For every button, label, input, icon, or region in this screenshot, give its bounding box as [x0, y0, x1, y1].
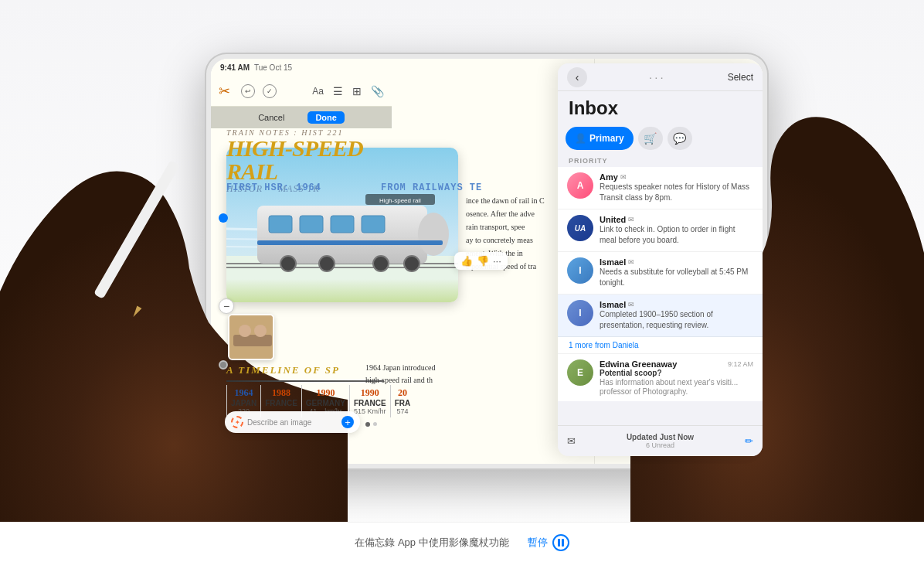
dislike-btn[interactable]: 👎 — [477, 255, 489, 267]
undo-icon[interactable]: ↩ — [241, 84, 255, 98]
pause-button[interactable] — [552, 534, 569, 551]
year-1990-fr: 1990 — [354, 387, 386, 399]
note-timeline-line1: 1964 Japan introduced — [365, 362, 436, 374]
email-ismael1-content: Ismael ✉ Needs a substitute for volleyba… — [600, 257, 753, 288]
pause-bar-2 — [562, 539, 564, 547]
email-edwina-subject: Potential scoop? — [600, 369, 753, 377]
email-ismael1-header: Ismael ✉ — [600, 257, 753, 267]
email-amy[interactable]: A Amy ✉ Requests speaker notes for Histo… — [558, 167, 763, 209]
preview-ismael2: Completed 1900–1950 section of presentat… — [600, 309, 753, 331]
describe-image-bar[interactable]: ✦ Describe an image + — [225, 411, 360, 433]
svg-rect-14 — [331, 216, 354, 233]
mail-footer-status: Updated Just Now 6 Unread — [627, 433, 694, 449]
format-text-btn[interactable]: Aa — [312, 86, 324, 97]
avatar-amy: A — [567, 172, 593, 199]
year-recent: 20 — [395, 387, 411, 399]
status-bar: 9:41 AM Tue Oct 15 — [211, 59, 392, 76]
email-edwina[interactable]: E Edwina Greenaway 9:12 AM Potential sco… — [558, 354, 763, 401]
mail-updated: Updated Just Now — [627, 433, 694, 441]
tab-primary[interactable]: 👤 Primary — [566, 127, 634, 150]
more-from-daniela[interactable]: 1 more from Daniela — [558, 337, 763, 354]
country-germany: GERMANY — [306, 399, 345, 407]
edit-banner: Cancel Done — [211, 107, 392, 128]
more-btn[interactable]: ··· — [493, 255, 501, 267]
ai-tag-amy: ✉ — [620, 173, 627, 181]
page-dot-1 — [365, 422, 370, 427]
like-btn[interactable]: 👍 — [460, 255, 473, 267]
preview-edwina2: professor of Photography. — [600, 387, 753, 396]
svg-rect-9 — [257, 206, 427, 264]
svg-rect-15 — [362, 216, 385, 233]
tab-messages[interactable]: 💬 — [668, 127, 692, 150]
ai-tag-ismael1: ✉ — [628, 258, 634, 266]
year-1990-de: 1990 — [306, 387, 345, 399]
mail-header: ‹ ··· Select — [558, 63, 763, 91]
svg-point-25 — [254, 325, 267, 337]
country-france2: FRANCE — [354, 399, 386, 407]
minus-button[interactable]: − — [219, 298, 234, 314]
avatar-edwina: E — [567, 359, 593, 386]
timeline-title: A TIMELINE OF SP — [226, 364, 384, 376]
avatar-united: UA — [567, 215, 593, 241]
email-united-header: United ✉ — [600, 215, 753, 224]
email-amy-content: Amy ✉ Requests speaker notes for History… — [600, 172, 753, 203]
small-thumbnail — [228, 314, 274, 360]
mail-inbox-title: Inbox — [569, 97, 752, 119]
sender-ismael2: Ismael — [600, 300, 626, 309]
toolbar-right: Aa ☰ ⊞ 📎 — [312, 85, 384, 97]
mail-compose-icon[interactable]: ✉ — [567, 435, 576, 447]
svg-text:High-speed rail: High-speed rail — [379, 197, 421, 204]
email-united[interactable]: UA United ✉ Link to check in. Option to … — [558, 209, 763, 252]
mail-inbox-header: Inbox — [558, 91, 763, 122]
sender-amy: Amy — [600, 172, 618, 182]
speed-france2: 515 Km/hr — [354, 407, 386, 415]
cut-icon[interactable]: ✂ — [219, 83, 230, 100]
timeline-section: A TIMELINE OF SP 1964 JAPAN 220 1988 FRA… — [226, 364, 384, 417]
ipad-screen: 9:41 AM Tue Oct 15 ✂ ↩ ✓ Aa ☰ ⊞ 📎 — [211, 59, 763, 464]
mail-select-btn[interactable]: Select — [728, 72, 753, 83]
country-france1: FRANCE — [265, 399, 297, 407]
primary-label: Primary — [589, 133, 624, 144]
caption-pause-area[interactable]: 暫停 — [528, 534, 569, 551]
status-time: 9:41 AM — [220, 63, 250, 72]
preview-united: Link to check in. Option to order in fli… — [600, 224, 753, 246]
speed-recent: 574 — [395, 407, 411, 415]
cancel-button[interactable]: Cancel — [258, 113, 284, 122]
check-icon[interactable]: ✓ — [263, 84, 277, 98]
mail-new-compose-icon[interactable]: ✏ — [745, 435, 753, 447]
pause-bar-1 — [558, 539, 560, 547]
tab-shopping[interactable]: 🛒 — [638, 127, 663, 150]
attachment-icon[interactable]: 📎 — [371, 85, 384, 97]
table-icon[interactable]: ⊞ — [352, 85, 362, 97]
country-japan: JAPAN — [231, 399, 256, 407]
email-ismael1[interactable]: I Ismael ✉ Needs a substitute for volley… — [558, 252, 763, 295]
preview-edwina: Has information about next year's visiti… — [600, 377, 753, 387]
describe-plus[interactable]: + — [341, 416, 354, 428]
svg-rect-11 — [257, 240, 443, 245]
list-icon[interactable]: ☰ — [333, 85, 343, 97]
toolbar-actions: ↩ ✓ — [241, 84, 277, 98]
describe-icon: ✦ — [231, 416, 243, 428]
mail-unread: 6 Unread — [627, 441, 694, 449]
mail-panel: ‹ ··· Select Inbox 👤 Primary 🛒 💬 PRIORIT… — [558, 63, 763, 456]
preview-amy: Requests speaker notes for History of Ma… — [600, 182, 753, 203]
scroll-marker-bottom — [219, 360, 228, 370]
email-united-content: United ✉ Link to check in. Option to ord… — [600, 215, 753, 246]
email-edwina-time: 9:12 AM — [728, 360, 753, 368]
avatar-ismael1: I — [567, 257, 593, 284]
year-1964: 1964 — [231, 387, 256, 399]
status-date: Tue Oct 15 — [254, 63, 292, 72]
email-ismael2-content: Ismael ✉ Completed 1900–1950 section of … — [600, 300, 753, 331]
svg-point-18 — [373, 256, 389, 271]
mail-back-btn[interactable]: ‹ — [567, 67, 587, 87]
svg-rect-23 — [233, 335, 272, 346]
page-dot-2 — [373, 422, 377, 426]
caption-text: 在備忘錄 App 中使用影像魔杖功能 — [355, 536, 508, 550]
avatar-ismael2: I — [567, 300, 593, 326]
mail-footer: ✉ Updated Just Now 6 Unread ✏ — [558, 425, 763, 456]
done-button[interactable]: Done — [307, 111, 345, 124]
sender-united: United — [600, 215, 626, 224]
email-ismael2[interactable]: I Ismael ✉ Completed 1900–1950 section o… — [558, 295, 763, 337]
svg-point-19 — [404, 256, 420, 271]
bottom-caption: 在備忘錄 App 中使用影像魔杖功能 暫停 — [0, 522, 924, 562]
